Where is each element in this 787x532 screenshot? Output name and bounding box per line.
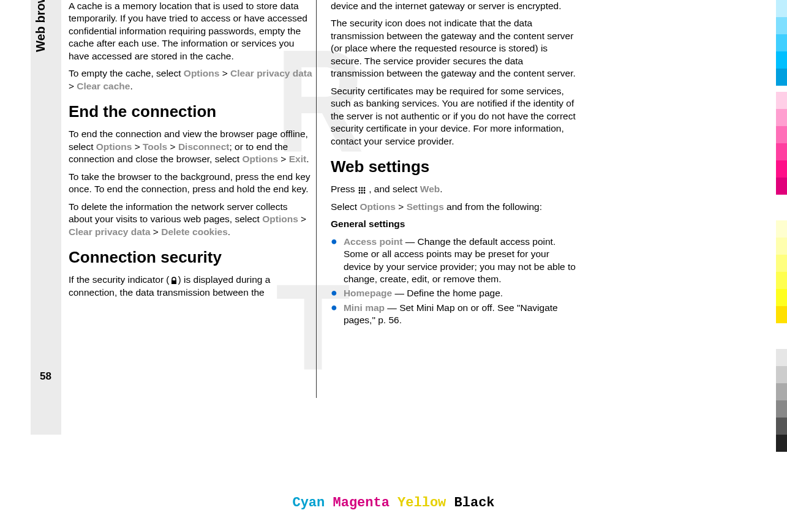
heading-connection-security: Connection security bbox=[69, 247, 314, 268]
heading-web-settings: Web settings bbox=[331, 156, 576, 177]
general-settings-label: General settings bbox=[331, 218, 576, 230]
list-item: ● Homepage — Define the home page. bbox=[331, 287, 576, 299]
security-icon-note: The security icon does not indicate that… bbox=[331, 17, 576, 80]
cache-description: A cache is a memory location that is use… bbox=[69, 0, 314, 62]
text: . bbox=[306, 154, 309, 164]
section-label: Web browser bbox=[34, 0, 48, 52]
color-swatch bbox=[776, 51, 787, 69]
black-registration-bars bbox=[776, 349, 787, 452]
menu-option: Options bbox=[262, 214, 298, 224]
svg-rect-0 bbox=[171, 280, 176, 284]
color-swatch bbox=[776, 238, 787, 255]
text: > bbox=[219, 68, 230, 78]
color-swatch bbox=[776, 143, 787, 160]
menu-option: Web bbox=[420, 184, 440, 194]
color-swatch bbox=[776, 109, 787, 126]
color-swatch bbox=[776, 306, 787, 323]
security-indicator-text: If the security indicator () is displaye… bbox=[69, 274, 314, 299]
menu-key-icon bbox=[358, 185, 366, 194]
end-connection-instruction: To end the connection and view the brows… bbox=[69, 128, 314, 165]
lock-icon bbox=[170, 276, 178, 285]
text: Press bbox=[331, 184, 358, 194]
color-swatch bbox=[776, 272, 787, 289]
menu-option: Disconnect bbox=[178, 141, 230, 152]
svg-point-6 bbox=[364, 190, 366, 192]
text: > bbox=[298, 214, 306, 224]
color-swatch bbox=[776, 17, 787, 34]
color-swatch bbox=[776, 34, 787, 51]
svg-point-7 bbox=[359, 192, 361, 194]
left-margin-bar bbox=[31, 0, 61, 435]
text: > bbox=[69, 81, 77, 91]
text: > bbox=[151, 227, 162, 237]
page-number: 58 bbox=[40, 370, 51, 383]
text: > bbox=[167, 141, 178, 152]
color-swatch bbox=[776, 178, 787, 195]
select-settings-instruction: Select Options > Settings and from the f… bbox=[331, 201, 576, 213]
text: , and select bbox=[366, 184, 420, 194]
menu-option: Tools bbox=[143, 141, 167, 152]
setting-label: Mini map bbox=[344, 302, 385, 313]
color-swatch bbox=[776, 383, 787, 400]
color-swatch bbox=[776, 160, 787, 178]
text: To empty the cache, select bbox=[69, 68, 184, 78]
text: and from the following: bbox=[444, 201, 542, 212]
bullet-icon: ● bbox=[331, 302, 337, 314]
text: — Define the home page. bbox=[392, 288, 503, 298]
text: To delete the information the network se… bbox=[69, 201, 288, 224]
text: If the security indicator ( bbox=[69, 274, 170, 285]
menu-option: Settings bbox=[407, 201, 444, 212]
bullet-icon: ● bbox=[331, 236, 337, 248]
menu-option: Options bbox=[184, 68, 220, 78]
list-item: ● Mini map — Set Mini Map on or off. See… bbox=[331, 302, 576, 327]
heading-end-connection: End the connection bbox=[69, 101, 314, 122]
text: . bbox=[440, 184, 442, 194]
bullet-text: Access point — Change the default access… bbox=[344, 236, 576, 286]
bullet-text: Homepage — Define the home page. bbox=[344, 287, 576, 299]
magenta-registration-bars bbox=[776, 92, 787, 195]
menu-option: Delete cookies bbox=[161, 227, 228, 237]
cyan-label: Cyan bbox=[292, 495, 325, 511]
menu-option: Clear cache bbox=[77, 81, 130, 91]
color-swatch bbox=[776, 69, 787, 86]
background-instruction: To take the browser to the background, p… bbox=[69, 171, 314, 196]
color-swatch bbox=[776, 255, 787, 272]
setting-label: Access point bbox=[344, 236, 402, 247]
color-swatch bbox=[776, 289, 787, 306]
press-instruction: Press , and select Web. bbox=[331, 183, 576, 195]
color-swatch bbox=[776, 366, 787, 383]
encrypted-text: device and the internet gateway or serve… bbox=[331, 0, 576, 12]
bullet-text: Mini map — Set Mini Map on or off. See "… bbox=[344, 302, 576, 327]
page-container: R T Web browser 58 A cache is a memory l… bbox=[0, 0, 787, 532]
yellow-label: Yellow bbox=[397, 495, 446, 511]
list-item: ● Access point — Change the default acce… bbox=[331, 236, 576, 286]
bullet-icon: ● bbox=[331, 287, 337, 299]
certificates-note: Security certificates may be required fo… bbox=[331, 85, 576, 148]
text: > bbox=[396, 201, 407, 212]
svg-point-3 bbox=[364, 187, 366, 189]
svg-point-9 bbox=[364, 192, 366, 194]
text: Select bbox=[331, 201, 360, 212]
color-swatch bbox=[776, 92, 787, 109]
text: . bbox=[228, 227, 230, 237]
menu-option: Clear privacy data bbox=[230, 68, 312, 78]
yellow-registration-bars bbox=[776, 220, 787, 323]
color-swatch bbox=[776, 0, 787, 17]
content-area: A cache is a memory location that is use… bbox=[69, 0, 577, 329]
setting-label: Homepage bbox=[344, 288, 392, 298]
svg-point-2 bbox=[361, 187, 363, 189]
color-swatch bbox=[776, 400, 787, 418]
print-color-footer: Cyan Magenta Yellow Black bbox=[292, 495, 494, 511]
svg-point-5 bbox=[361, 190, 363, 192]
color-swatch bbox=[776, 220, 787, 238]
black-label: Black bbox=[454, 495, 495, 511]
menu-option: Options bbox=[96, 141, 132, 152]
menu-option: Options bbox=[242, 154, 278, 164]
menu-option: Exit bbox=[289, 154, 306, 164]
svg-point-1 bbox=[359, 187, 361, 189]
empty-cache-instruction: To empty the cache, select Options > Cle… bbox=[69, 67, 314, 92]
color-swatch bbox=[776, 418, 787, 435]
magenta-label: Magenta bbox=[333, 495, 389, 511]
svg-point-4 bbox=[359, 190, 361, 192]
right-column: device and the internet gateway or serve… bbox=[331, 0, 576, 329]
